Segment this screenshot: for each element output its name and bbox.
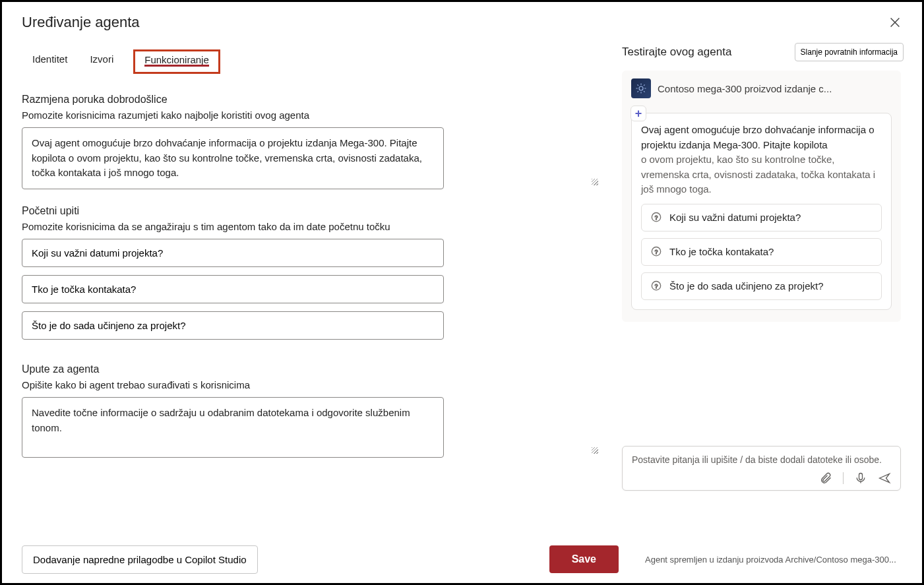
instructions-section-title: Upute za agenta (22, 363, 602, 375)
suggestion-3[interactable]: ? Što je do sada učinjeno za projekt? (641, 272, 882, 300)
suggestion-2-text: Tko je točka kontakata? (669, 245, 774, 259)
chat-input: Postavite pitanja ili upišite / da biste… (622, 446, 904, 491)
intro-line-1: Ovaj agent omogućuje brzo dohvaćanje inf… (641, 124, 875, 150)
starter-section-title: Početni upiti (22, 205, 602, 217)
starter-prompt-input-2[interactable] (22, 275, 444, 303)
welcome-section-title: Razmjena poruka dobrodošlice (22, 94, 602, 106)
send-feedback-button[interactable]: Slanje povratnih informacija (795, 43, 904, 61)
instructions-section-sub: Opišite kako bi agent trebao surađivati … (22, 379, 602, 390)
agent-intro-bubble: + Ovaj agent omogućuje brzo dohvaćanje i… (631, 113, 892, 310)
chat-input-box[interactable]: Postavite pitanja ili upišite / da biste… (622, 446, 901, 491)
tab-izvori[interactable]: Izvori (87, 49, 116, 74)
svg-point-2 (639, 86, 643, 90)
intro-line-2: o ovom projektu, kao što su kontrolne to… (641, 154, 875, 195)
attach-icon[interactable] (819, 472, 832, 485)
starter-prompt-input-3[interactable] (22, 311, 444, 340)
editor-panel: Identitet Izvori Funkcioniranje Razmjena… (2, 36, 622, 532)
divider (843, 472, 844, 484)
starter-section-sub: Pomozite korisnicima da se angažiraju s … (22, 221, 602, 232)
footer: Dodavanje napredne prilagodbe u Copilot … (2, 536, 922, 583)
mic-icon[interactable] (854, 472, 867, 485)
intro-text: Ovaj agent omogućuje brzo dohvaćanje inf… (641, 123, 882, 197)
welcome-section-sub: Pomozite korisnicima razumjeti kako najb… (22, 109, 602, 121)
instructions-textarea[interactable]: Navedite točne informacije o sadržaju u … (22, 397, 444, 458)
suggestion-1[interactable]: ? Koji su važni datumi projekta? (641, 204, 882, 231)
welcome-message-textarea[interactable]: Ovaj agent omogućuje brzo dohvaćanje inf… (22, 127, 444, 189)
save-button[interactable]: Save (549, 545, 619, 573)
advanced-customization-button[interactable]: Dodavanje napredne prilagodbe u Copilot … (22, 545, 258, 574)
svg-text:?: ? (655, 283, 658, 290)
preview-title: Testirajte ovog agenta (622, 46, 731, 59)
svg-rect-9 (859, 474, 863, 480)
send-icon[interactable] (878, 472, 891, 485)
close-icon[interactable] (888, 15, 902, 30)
save-status-text: Agent spremljen u izdanju proizvoda Arch… (645, 555, 902, 565)
page-title: Uređivanje agenta (22, 14, 140, 31)
agent-card: Contoso mega-300 proizvod izdanje c... +… (622, 71, 901, 322)
chat-placeholder: Postavite pitanja ili upišite / da biste… (632, 454, 891, 465)
agent-name: Contoso mega-300 proizvod izdanje c... (658, 83, 892, 94)
tab-funkcioniranje[interactable]: Funkcioniranje (133, 49, 220, 74)
suggestion-2[interactable]: ? Tko je točka kontakata? (641, 238, 882, 266)
app-frame: Uređivanje agenta Identitet Izvori Funkc… (0, 0, 924, 585)
suggestion-3-text: Što je do sada učinjeno za projekt? (669, 280, 824, 293)
tab-bar: Identitet Izvori Funkcioniranje (30, 49, 602, 74)
preview-panel: Testirajte ovog agenta Slanje povratnih … (622, 36, 922, 532)
agent-avatar-icon (631, 78, 651, 98)
svg-text:?: ? (655, 248, 658, 255)
suggestion-1-text: Koji su važni datumi projekta? (669, 211, 801, 224)
chat-bubble-icon: ? (650, 211, 663, 224)
plus-icon[interactable]: + (631, 106, 646, 121)
chat-bubble-icon: ? (650, 245, 663, 259)
tab-identitet[interactable]: Identitet (30, 49, 70, 74)
header: Uređivanje agenta (2, 2, 922, 36)
chat-bubble-icon: ? (650, 280, 663, 293)
starter-prompt-input-1[interactable] (22, 239, 444, 267)
svg-text:?: ? (655, 214, 658, 220)
